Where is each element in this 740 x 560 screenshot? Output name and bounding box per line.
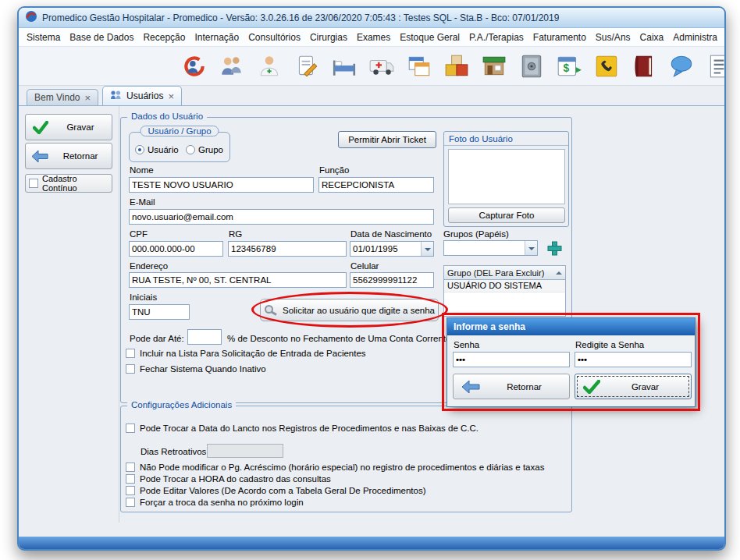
rg-input[interactable] [228,241,347,257]
radio-grupo[interactable]: Grupo [186,145,223,154]
password-dialog-title: Informe a senha [454,321,525,332]
system-users-icon[interactable] [181,53,208,80]
nome-input[interactable] [129,177,314,193]
checkbox[interactable] [126,424,135,433]
pg-acrescimo-row[interactable]: Não Pode modificar o Pg. Acréscimo (horá… [126,463,544,472]
menu-item-pa-terapias[interactable]: P.A./Terapias [464,30,528,45]
radio-usuario[interactable]: Usuário [135,145,179,154]
grupos-combo[interactable] [443,240,538,256]
window-bottom-bar [19,537,724,549]
sort-ascending-icon [556,268,562,275]
editar-valores-row[interactable]: Pode Editar Valores (De Acordo com a Tab… [126,486,425,495]
pg-acrescimo-label: Não Pode modificar o Pg. Acréscimo (horá… [140,463,544,472]
funcao-input[interactable] [318,177,434,193]
capture-photo-button[interactable]: Capturar Foto [448,207,565,223]
menu-item-exames[interactable]: Exames [352,30,395,45]
birthdate-label: Data de Nascimento [350,229,432,239]
trocar-hora-row[interactable]: Pode Trocar a HORA do cadastro das consu… [126,474,331,484]
discount-input[interactable] [187,329,222,345]
book-icon[interactable] [631,53,657,80]
menu-item-caixa[interactable]: Caixa [635,30,669,45]
tab-usuarios[interactable]: Usuários [102,86,182,105]
prescription-icon[interactable] [294,53,320,80]
senha-input[interactable] [453,352,570,367]
dialog-save-button[interactable]: Gravar [575,374,692,399]
trocar-data-label: Pode Trocar a Data do Lancto nos Registr… [140,424,479,433]
iniciais-input[interactable] [129,304,190,320]
user-data-groupbox-title: Dados do Usuário [127,112,207,121]
menu-item-internacao[interactable]: Internação [190,30,244,45]
save-button[interactable]: Gravar [25,114,112,140]
checkbox[interactable] [126,463,135,472]
checkbox[interactable] [29,179,38,188]
cpf-input[interactable] [129,241,223,257]
menu-item-sus-ans[interactable]: Sus/Ans [591,30,635,45]
checkbox[interactable] [126,498,135,507]
nome-label: Nome [130,165,154,175]
doctor-icon[interactable] [256,53,283,80]
back-button[interactable]: Retornar [25,143,112,169]
menu-item-base-de-dados[interactable]: Base de Dados [65,30,138,45]
capture-photo-label: Capturar Foto [479,211,535,220]
password-dialog-titlebar[interactable]: Informe a senha [447,318,695,335]
funcao-label: Função [319,165,349,175]
forcar-senha-row[interactable]: Forçar a troca da senha no próximo login [126,498,304,507]
menu-item-estoque-geral[interactable]: Estoque Geral [395,30,464,45]
finance-icon[interactable]: $ [556,53,582,80]
safe-icon[interactable] [518,53,545,80]
hospital-bed-icon[interactable] [331,53,358,80]
fechar-sistema-row[interactable]: Fechar Sistema Quando Inativo [126,364,266,374]
menu-item-sistema[interactable]: Sistema [22,30,65,45]
redigite-senha-input[interactable] [575,352,692,367]
checkbox[interactable] [126,474,135,484]
menu-item-administracao[interactable]: Administra [668,30,722,45]
request-password-button[interactable]: Solicitar ao usuário que digite a senha [260,299,439,321]
grupo-list-header[interactable]: Grupo (DEL Para Excluir) [443,265,566,280]
rg-label: RG [229,229,242,239]
menu-item-recepcao[interactable]: Recepção [138,30,190,45]
titlebar[interactable]: Promedico Gestão Hospitalar - Promedico … [19,8,724,28]
menu-item-consultorios[interactable]: Consultórios [244,30,305,45]
menu-item-faturamento[interactable]: Faturamento [528,30,591,45]
dias-retroativos-label: Dias Retroativos : [141,447,212,456]
endereco-input[interactable] [129,272,347,288]
report-icon[interactable] [706,53,724,80]
dias-retroativos-input[interactable] [207,444,283,458]
trocar-data-row[interactable]: Pode Trocar a Data do Lancto nos Registr… [126,424,479,433]
birthdate-combo[interactable]: 01/01/1995 [350,241,434,257]
discount-label: Pode dar Até: [130,334,184,343]
phone-directory-icon[interactable] [593,53,620,80]
documents-icon[interactable] [406,53,432,80]
add-group-button[interactable] [543,239,566,257]
grupo-list-item[interactable]: USUÁRIO DO SISTEMA [444,280,565,292]
checkbox[interactable] [126,486,135,495]
chevron-down-icon[interactable] [525,241,537,255]
menu-item-cirurgias[interactable]: Cirurgias [305,30,352,45]
radio-grupo-control[interactable] [186,145,195,154]
close-icon[interactable] [84,93,91,103]
incluir-lista-row[interactable]: Incluir na Lista Para Solicitação de Ent… [126,349,366,358]
permit-ticket-button[interactable]: Permitir Abrir Ticket [338,131,436,148]
checkbox[interactable] [126,349,135,358]
tab-bem-vindo[interactable]: Bem Vindo [27,89,98,105]
patients-icon[interactable] [219,53,245,80]
chat-icon[interactable] [668,53,695,80]
celular-input[interactable] [350,272,434,288]
menubar: Sistema Base de Dados Recepção Internaçã… [19,28,724,47]
checkbox[interactable] [126,364,135,374]
chevron-down-icon[interactable] [421,242,433,256]
store-icon[interactable] [481,53,507,80]
arrow-left-icon [461,380,480,394]
dialog-back-button[interactable]: Retornar [453,374,570,399]
radio-usuario-control[interactable] [135,145,144,154]
continuous-registration-toggle[interactable]: Cadastro Contínuo [25,174,112,193]
grupo-list[interactable]: USUÁRIO DO SISTEMA [443,280,566,317]
email-input[interactable] [129,209,434,225]
ambulance-icon[interactable] [368,53,395,80]
grupo-list-header-label: Grupo (DEL Para Excluir) [447,268,544,278]
users-icon [110,90,122,102]
supplies-icon[interactable] [443,53,470,80]
sidebar: Gravar Retornar Cadastro Contínuo [19,106,119,523]
close-icon[interactable] [168,91,174,101]
radio-usuario-label: Usuário [148,145,179,154]
